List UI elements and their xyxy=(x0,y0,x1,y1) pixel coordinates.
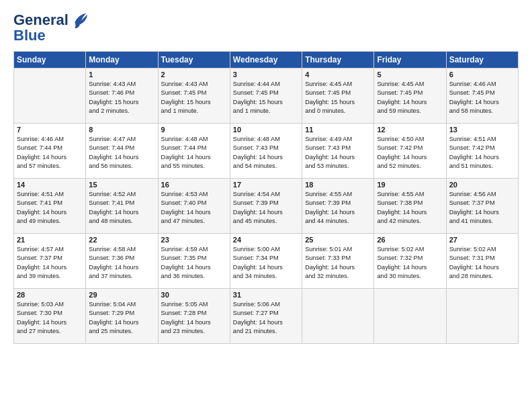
calendar-cell: 19Sunrise: 4:55 AMSunset: 7:38 PMDayligh… xyxy=(374,179,446,234)
calendar-cell: 11Sunrise: 4:49 AMSunset: 7:43 PMDayligh… xyxy=(302,124,374,179)
day-info: Sunrise: 4:46 AMSunset: 7:45 PMDaylight:… xyxy=(449,80,515,116)
calendar-cell: 29Sunrise: 5:04 AMSunset: 7:29 PMDayligh… xyxy=(86,289,158,344)
header: General Blue xyxy=(13,11,519,44)
day-number: 25 xyxy=(305,236,371,244)
calendar-cell xyxy=(14,68,86,124)
day-info: Sunrise: 5:04 AMSunset: 7:29 PMDaylight:… xyxy=(89,300,154,336)
calendar-cell: 18Sunrise: 4:55 AMSunset: 7:39 PMDayligh… xyxy=(302,179,374,234)
calendar-header-row: SundayMondayTuesdayWednesdayThursdayFrid… xyxy=(14,52,519,68)
day-info: Sunrise: 4:55 AMSunset: 7:38 PMDaylight:… xyxy=(377,190,443,226)
day-number: 7 xyxy=(17,126,83,134)
calendar-cell: 6Sunrise: 4:46 AMSunset: 7:45 PMDaylight… xyxy=(446,68,518,124)
day-info: Sunrise: 5:00 AMSunset: 7:34 PMDaylight:… xyxy=(233,245,299,281)
day-number: 22 xyxy=(89,236,154,244)
day-info: Sunrise: 4:52 AMSunset: 7:41 PMDaylight:… xyxy=(89,190,154,226)
day-number: 19 xyxy=(377,181,443,189)
calendar-week-4: 21Sunrise: 4:57 AMSunset: 7:37 PMDayligh… xyxy=(14,234,519,289)
calendar-cell: 21Sunrise: 4:57 AMSunset: 7:37 PMDayligh… xyxy=(14,234,86,289)
day-info: Sunrise: 4:48 AMSunset: 7:44 PMDaylight:… xyxy=(161,135,227,171)
day-number: 20 xyxy=(449,181,515,189)
day-info: Sunrise: 4:57 AMSunset: 7:37 PMDaylight:… xyxy=(17,245,83,281)
day-number: 9 xyxy=(161,126,227,134)
day-number: 11 xyxy=(305,126,371,134)
day-number: 29 xyxy=(89,291,154,299)
day-info: Sunrise: 4:44 AMSunset: 7:45 PMDaylight:… xyxy=(233,80,299,116)
day-info: Sunrise: 4:45 AMSunset: 7:45 PMDaylight:… xyxy=(377,80,443,116)
day-number: 14 xyxy=(17,181,83,189)
day-info: Sunrise: 4:54 AMSunset: 7:39 PMDaylight:… xyxy=(233,190,299,226)
day-info: Sunrise: 5:02 AMSunset: 7:31 PMDaylight:… xyxy=(449,245,515,281)
calendar-cell: 26Sunrise: 5:02 AMSunset: 7:32 PMDayligh… xyxy=(374,234,446,289)
calendar-cell: 13Sunrise: 4:51 AMSunset: 7:42 PMDayligh… xyxy=(446,124,518,179)
calendar-cell: 7Sunrise: 4:46 AMSunset: 7:44 PMDaylight… xyxy=(14,124,86,179)
calendar-cell: 2Sunrise: 4:43 AMSunset: 7:45 PMDaylight… xyxy=(158,68,230,124)
calendar-cell: 10Sunrise: 4:48 AMSunset: 7:43 PMDayligh… xyxy=(230,124,302,179)
day-number: 18 xyxy=(305,181,371,189)
day-header-wednesday: Wednesday xyxy=(230,52,302,68)
calendar-cell: 24Sunrise: 5:00 AMSunset: 7:34 PMDayligh… xyxy=(230,234,302,289)
day-info: Sunrise: 4:56 AMSunset: 7:37 PMDaylight:… xyxy=(449,190,515,226)
day-number: 26 xyxy=(377,236,443,244)
calendar-cell: 23Sunrise: 4:59 AMSunset: 7:35 PMDayligh… xyxy=(158,234,230,289)
day-info: Sunrise: 5:05 AMSunset: 7:28 PMDaylight:… xyxy=(161,300,227,336)
day-header-monday: Monday xyxy=(86,52,158,68)
day-number: 23 xyxy=(161,236,227,244)
calendar-cell: 12Sunrise: 4:50 AMSunset: 7:42 PMDayligh… xyxy=(374,124,446,179)
day-info: Sunrise: 4:48 AMSunset: 7:43 PMDaylight:… xyxy=(233,135,299,171)
day-info: Sunrise: 4:59 AMSunset: 7:35 PMDaylight:… xyxy=(161,245,227,281)
calendar-cell: 27Sunrise: 5:02 AMSunset: 7:31 PMDayligh… xyxy=(446,234,518,289)
day-number: 4 xyxy=(305,71,371,79)
day-number: 16 xyxy=(161,181,227,189)
calendar-cell: 25Sunrise: 5:01 AMSunset: 7:33 PMDayligh… xyxy=(302,234,374,289)
day-info: Sunrise: 4:46 AMSunset: 7:44 PMDaylight:… xyxy=(17,135,83,171)
day-number: 2 xyxy=(161,71,227,79)
calendar-week-3: 14Sunrise: 4:51 AMSunset: 7:41 PMDayligh… xyxy=(14,179,519,234)
day-info: Sunrise: 4:49 AMSunset: 7:43 PMDaylight:… xyxy=(305,135,371,171)
day-info: Sunrise: 4:53 AMSunset: 7:40 PMDaylight:… xyxy=(161,190,227,226)
calendar-cell: 20Sunrise: 4:56 AMSunset: 7:37 PMDayligh… xyxy=(446,179,518,234)
calendar-cell: 1Sunrise: 4:43 AMSunset: 7:46 PMDaylight… xyxy=(86,68,158,124)
day-header-thursday: Thursday xyxy=(302,52,374,68)
day-info: Sunrise: 4:43 AMSunset: 7:45 PMDaylight:… xyxy=(161,80,227,116)
day-info: Sunrise: 4:43 AMSunset: 7:46 PMDaylight:… xyxy=(89,80,154,116)
calendar-cell: 14Sunrise: 4:51 AMSunset: 7:41 PMDayligh… xyxy=(14,179,86,234)
day-header-friday: Friday xyxy=(374,52,446,68)
calendar-cell: 31Sunrise: 5:06 AMSunset: 7:27 PMDayligh… xyxy=(230,289,302,344)
calendar-cell: 15Sunrise: 4:52 AMSunset: 7:41 PMDayligh… xyxy=(86,179,158,234)
logo: General Blue xyxy=(13,11,89,44)
calendar-cell xyxy=(446,289,518,344)
calendar-week-5: 28Sunrise: 5:03 AMSunset: 7:30 PMDayligh… xyxy=(14,289,519,344)
day-info: Sunrise: 4:58 AMSunset: 7:36 PMDaylight:… xyxy=(89,245,154,281)
day-info: Sunrise: 5:06 AMSunset: 7:27 PMDaylight:… xyxy=(233,300,299,336)
day-number: 17 xyxy=(233,181,299,189)
calendar-cell: 4Sunrise: 4:45 AMSunset: 7:45 PMDaylight… xyxy=(302,68,374,124)
day-number: 31 xyxy=(233,291,299,299)
day-number: 8 xyxy=(89,126,154,134)
logo-text: General xyxy=(13,12,69,28)
calendar-cell: 22Sunrise: 4:58 AMSunset: 7:36 PMDayligh… xyxy=(86,234,158,289)
calendar-cell xyxy=(302,289,374,344)
calendar-cell: 17Sunrise: 4:54 AMSunset: 7:39 PMDayligh… xyxy=(230,179,302,234)
day-number: 30 xyxy=(161,291,227,299)
calendar-cell: 28Sunrise: 5:03 AMSunset: 7:30 PMDayligh… xyxy=(14,289,86,344)
calendar-cell xyxy=(374,289,446,344)
day-info: Sunrise: 4:55 AMSunset: 7:39 PMDaylight:… xyxy=(305,190,371,226)
calendar-cell: 8Sunrise: 4:47 AMSunset: 7:44 PMDaylight… xyxy=(86,124,158,179)
day-info: Sunrise: 4:47 AMSunset: 7:44 PMDaylight:… xyxy=(89,135,154,171)
day-number: 13 xyxy=(449,126,515,134)
day-number: 28 xyxy=(17,291,83,299)
day-number: 21 xyxy=(17,236,83,244)
calendar-cell: 5Sunrise: 4:45 AMSunset: 7:45 PMDaylight… xyxy=(374,68,446,124)
day-info: Sunrise: 4:45 AMSunset: 7:45 PMDaylight:… xyxy=(305,80,371,116)
calendar-cell: 30Sunrise: 5:05 AMSunset: 7:28 PMDayligh… xyxy=(158,289,230,344)
day-header-sunday: Sunday xyxy=(14,52,86,68)
day-info: Sunrise: 4:51 AMSunset: 7:42 PMDaylight:… xyxy=(449,135,515,171)
calendar-cell: 9Sunrise: 4:48 AMSunset: 7:44 PMDaylight… xyxy=(158,124,230,179)
day-number: 6 xyxy=(449,71,515,79)
day-number: 15 xyxy=(89,181,154,189)
day-number: 3 xyxy=(233,71,299,79)
day-number: 24 xyxy=(233,236,299,244)
calendar-cell: 3Sunrise: 4:44 AMSunset: 7:45 PMDaylight… xyxy=(230,68,302,124)
calendar-week-2: 7Sunrise: 4:46 AMSunset: 7:44 PMDaylight… xyxy=(14,124,519,179)
day-info: Sunrise: 4:51 AMSunset: 7:41 PMDaylight:… xyxy=(17,190,83,226)
